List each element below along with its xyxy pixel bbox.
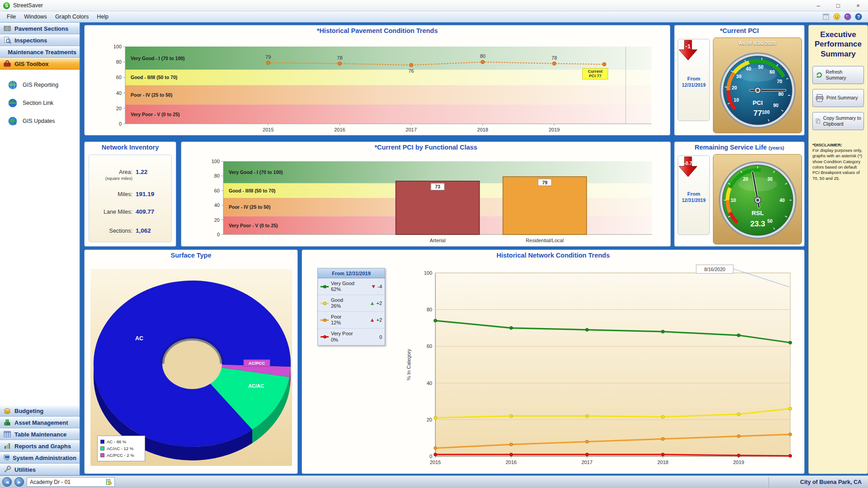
utilities-icon: [3, 465, 11, 474]
help-icon[interactable]: ?: [854, 13, 863, 21]
pci-from-date: 12/31/2019: [682, 82, 706, 88]
inventory-note: (square miles): [89, 176, 132, 181]
pavement-sections-icon: [3, 24, 11, 33]
system-administration-icon: [3, 454, 9, 462]
sidebar-item-reports-and-graphs[interactable]: Reports and Graphs: [0, 440, 80, 452]
svg-text:Arterial: Arterial: [430, 238, 446, 243]
refresh-summary-button[interactable]: Refresh Summary: [812, 66, 864, 84]
close-button[interactable]: ×: [848, 0, 868, 11]
sidebar-subitem-label: GIS Reporting: [23, 82, 58, 88]
svg-text:2017: 2017: [406, 127, 416, 132]
minimize-button[interactable]: –: [808, 0, 828, 11]
sidebar-item-gis-updates[interactable]: GIS Updates: [0, 112, 80, 130]
sidebar-item-maintenance-treatments[interactable]: Maintenance Treatments: [0, 46, 80, 58]
sidebar-item-label: System Administration: [13, 455, 76, 461]
svg-text:% In Category: % In Category: [406, 349, 411, 380]
sidebar-item-label: Pavement Sections: [14, 25, 68, 32]
main-content: Pavement Sections Inspections Maintenanc…: [0, 23, 868, 475]
panel-title: Remaining Service Life (years): [675, 144, 804, 151]
sidebar-item-label: Utilities: [14, 466, 36, 473]
section-locate-icon[interactable]: [106, 479, 112, 485]
svg-text:AC: AC: [135, 335, 143, 342]
legend-chip: [100, 453, 104, 457]
window-title: StreetSaver: [13, 2, 43, 9]
sidebar-item-label: Table Maintenance: [14, 431, 66, 438]
sidebar-item-gis-reporting[interactable]: GIS Reporting: [0, 76, 80, 94]
svg-text:23.3: 23.3: [750, 220, 765, 228]
svg-text:70: 70: [777, 79, 783, 84]
section-selector[interactable]: Academy Dr - 01: [27, 477, 115, 487]
theme-icon[interactable]: [844, 13, 852, 21]
svg-text:78: 78: [552, 55, 557, 61]
copy-summary-button[interactable]: Copy Summary to Clipboard: [812, 112, 864, 130]
pci-gauge-box: As of 8/16/2020 102030405060708090100PCI…: [713, 38, 802, 133]
sidebar-item-budgeting[interactable]: Budgeting: [0, 405, 80, 417]
sidebar-item-label: Reports and Graphs: [14, 443, 71, 450]
svg-text:60: 60: [427, 343, 432, 349]
sidebar-item-label: Inspections: [14, 37, 47, 44]
sidebar-item-utilities[interactable]: Utilities: [0, 464, 80, 475]
svg-text:AC/AC: AC/AC: [248, 383, 264, 389]
chart-title: *Historical Pavement Condition Trends: [85, 27, 670, 34]
sidebar-item-table-maintenance[interactable]: Table Maintenance: [0, 428, 80, 440]
svg-text:2017: 2017: [581, 460, 592, 465]
section-name: Academy Dr - 01: [30, 479, 71, 485]
maintenance-treatments-icon: [3, 48, 5, 56]
print-icon: [815, 94, 824, 103]
chart-title: *Current PCI by Functional Class: [181, 144, 670, 151]
legend-row: Good26% ▲+2: [318, 295, 385, 312]
smiley-icon[interactable]: [833, 13, 841, 21]
agency-name: City of Buena Park, CA: [769, 477, 866, 487]
chart-title: Surface Type: [85, 252, 297, 259]
gis-toolbox-icon: [3, 60, 11, 68]
rsl-delta-down-arrow-icon: -0.7: [678, 156, 698, 178]
rsl-delta-value: -0.7: [684, 160, 692, 166]
menu-file[interactable]: File: [3, 12, 20, 21]
print-summary-button[interactable]: Print Summary: [812, 89, 864, 107]
pci-delta-box: -1 From 12/31/2019: [678, 39, 710, 121]
rsl-from-date: 12/31/2019: [682, 197, 706, 203]
copy-icon: [815, 117, 821, 126]
reports-and-graphs-icon: [3, 442, 11, 450]
svg-text:50: 50: [767, 218, 773, 224]
sidebar-item-gis-toolbox[interactable]: GIS Toolbox: [0, 58, 80, 70]
sidebar-item-asset-management[interactable]: Asset Management: [0, 417, 80, 428]
disclaimer: *DISCLAIMER: For display purposes only, …: [812, 142, 864, 181]
exec-title: Executive Performance Summary: [812, 30, 864, 59]
svg-text:80: 80: [214, 173, 220, 178]
svg-text:RSL: RSL: [752, 210, 764, 216]
svg-text:79: 79: [542, 180, 547, 185]
svg-text:80: 80: [480, 53, 486, 59]
sidebar-item-inspections[interactable]: Inspections: [0, 34, 80, 46]
sidebar-item-section-link[interactable]: Section Link: [0, 94, 80, 112]
maximize-button[interactable]: □: [828, 0, 848, 11]
functional-class-chart: Very Good - I (70 to 100)Good - II/III (…: [181, 142, 670, 246]
svg-text:2016: 2016: [334, 127, 345, 132]
menu-windows[interactable]: Windows: [20, 12, 51, 21]
trend-arrow-icon: ▲: [370, 300, 375, 306]
svg-text:78: 78: [337, 55, 342, 61]
svg-text:90: 90: [773, 103, 778, 108]
rsl-delta-box: -0.7 From 12/31/2019: [678, 155, 710, 235]
panel-title: Network Inventory: [85, 144, 176, 151]
inventory-value: 409.77: [136, 208, 154, 215]
legend-item: AC - 86 %: [100, 438, 142, 445]
svg-text:40: 40: [779, 197, 785, 203]
back-button[interactable]: ◀: [2, 477, 12, 487]
sidebar-item-system-administration[interactable]: System Administration: [0, 452, 80, 464]
sidebar-item-label: Asset Management: [14, 419, 68, 426]
surface-type-panel: Surface Type ACAC/ACAC/PCC AC - 86 % AC/…: [84, 249, 298, 474]
menu-help[interactable]: Help: [93, 12, 113, 21]
menu-graph-colors[interactable]: Graph Colors: [51, 12, 93, 21]
sidebar-item-label: Budgeting: [14, 408, 43, 414]
pci-gauge: 102030405060708090100PCI77: [713, 49, 802, 134]
svg-text:10: 10: [731, 197, 736, 203]
legend-row: Poor12% ▲+2: [318, 312, 385, 328]
summary-form-icon[interactable]: [822, 13, 830, 21]
svg-text:73: 73: [435, 184, 440, 189]
sidebar-item-pavement-sections[interactable]: Pavement Sections: [0, 23, 80, 34]
svg-text:2016: 2016: [505, 460, 516, 465]
svg-text:80: 80: [427, 307, 432, 312]
forward-button[interactable]: ▶: [14, 477, 24, 487]
legend-item: AC/PCC - 2 %: [100, 452, 142, 459]
